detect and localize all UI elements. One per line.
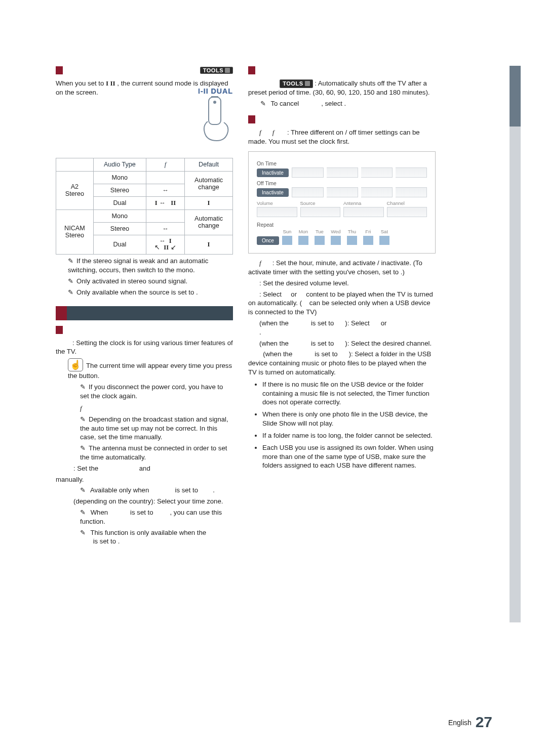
day-wed[interactable]: Wed [331,229,341,245]
svg-point-1 [213,101,216,104]
off-time-inactivate-pill[interactable]: Inactivate [257,188,289,197]
dual-badge: I-II DUAL [198,87,233,95]
manually-tail: manually. [56,475,233,484]
sleep-cancel: To cancel , select . [260,99,436,108]
repeat-once-pill[interactable]: Once [257,236,279,245]
p-antenna: (when the is set to ): Select or . [248,319,436,337]
section-header-sleep [248,66,436,75]
page-footer: English 27 [448,713,492,731]
sleep-timer-body: TOOLS : Automatically shuts off the TV a… [248,79,436,97]
usb-note: When there is only one photo file in the… [262,410,436,428]
side-tab [510,66,521,622]
day-sun[interactable]: Sun [282,229,292,245]
clock-intro: Clock: Setting the clock is for using va… [56,339,233,357]
note-avail-only: Available only when is set to . [80,486,233,495]
usb-note: If a folder name is too long, the folder… [262,431,436,440]
i-ii-glyph: I II [106,79,115,87]
set-manually: : Set the and [68,464,233,473]
day-thu[interactable]: Thu [347,229,357,245]
timer-preview-panel: On Time Inactivate Off Time Inactivate V… [248,151,436,254]
section-header-sound: TOOLS [56,66,233,75]
day-fri[interactable]: Fri [363,229,373,245]
time-zone-b: When is set to , you can use this functi… [80,508,233,526]
repeat-label: Repeat [257,222,427,228]
channel-field[interactable] [387,207,427,217]
time-zone-c: This function is only available when the… [80,528,233,547]
usb-notes-list: If there is no music file on the USB dev… [248,380,436,470]
p-usb: (when the is set to ): Select a folder i… [248,350,436,376]
tools-badge: TOOLS [200,67,233,74]
source-field[interactable] [300,207,341,217]
note-stereo-only: Only activated in stereo sound signal. [68,277,233,286]
day-tue[interactable]: Tue [315,229,325,245]
p-onoff: f : Set the hour, minute, and activate /… [248,259,436,277]
timer-intro: f f : Three different on / off timer set… [248,128,436,146]
usb-note: Each USB you use is assigned its own fol… [262,443,436,470]
note-weak-signal: If the stereo signal is weak and an auto… [68,257,233,275]
section-header-time [56,325,233,334]
svg-rect-2 [211,96,218,98]
note-auto-time: Depending on the broadcast station and s… [80,415,233,442]
p-vol: : Set the desired volume level. [248,279,436,288]
note-power-cord: If you disconnect the power cord, you ha… [80,383,233,401]
on-time-label: On Time [257,161,427,166]
tools-badge-inline: TOOLS [280,79,312,88]
note-source: Only available when the source is set to… [68,288,233,297]
remote-hand-illustration [198,96,233,142]
time-zone-a: (depending on the country): Select your … [68,497,233,506]
audio-mode-table: Audio Type f Default A2 Stereo Mono Auto… [56,158,233,255]
off-time-label: Off Time [257,181,427,186]
hand-info-note: The current time will appear every time … [68,358,233,381]
on-time-inactivate-pill[interactable]: Inactivate [257,169,289,177]
section-header-timer: f [248,115,436,124]
section-band-setup [56,306,233,320]
day-mon[interactable]: Mon [298,229,308,245]
usb-note: If there is no music file on the USB dev… [262,380,436,407]
antenna-field[interactable] [343,207,384,217]
p-channel: (when the is set to ): Select the desire… [248,339,436,348]
p-src: : Select or content to be played when th… [248,290,436,317]
day-sat[interactable]: Sat [379,229,389,245]
volume-field[interactable] [257,207,297,217]
note-antenna: The antenna must be connected in order t… [80,444,233,462]
